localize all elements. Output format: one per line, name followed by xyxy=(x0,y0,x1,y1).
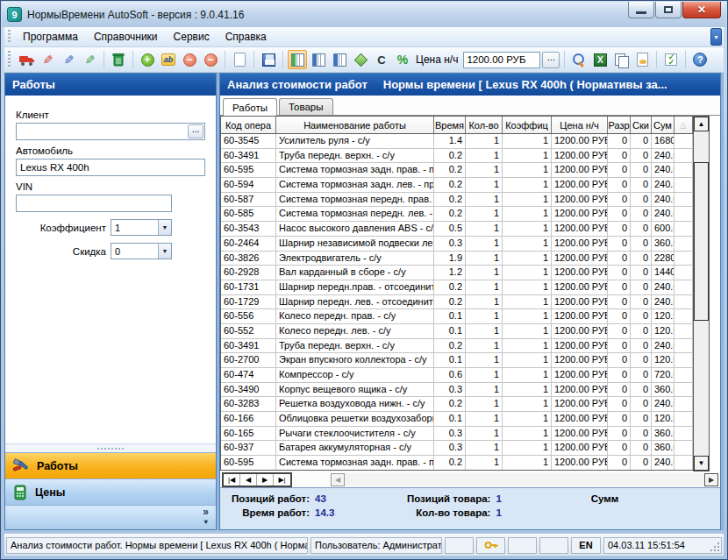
view-grid-2-button[interactable] xyxy=(309,50,328,69)
table-cell: 0 xyxy=(608,149,631,164)
table-cell: 0.3 xyxy=(434,441,466,456)
toolbar-grip[interactable] xyxy=(8,51,11,68)
table-row[interactable]: 60-587Система тормозная передн. прав. - … xyxy=(221,193,694,208)
column-header-coef[interactable]: Коэффиц xyxy=(503,117,552,133)
column-header-disc[interactable]: Ски xyxy=(631,117,652,133)
table-row[interactable]: 60-595Система тормозная задн. прав. - пр… xyxy=(221,456,694,471)
table-row[interactable]: 60-165Рычаги стеклоочистителя - с/у0.311… xyxy=(221,427,694,442)
chevron-down-icon[interactable]: ▼ xyxy=(158,244,171,259)
price-per-hour-input[interactable] xyxy=(463,52,540,68)
vehicle-button[interactable] xyxy=(17,50,36,69)
column-header-time[interactable]: Время xyxy=(434,117,466,133)
first-record-button[interactable]: |◀ xyxy=(224,474,240,486)
column-header-price[interactable]: Цена н/ч xyxy=(552,117,608,133)
restore-button[interactable] xyxy=(655,2,682,18)
table-row[interactable]: 60-937Батарея аккумуляторная - с/у0.3111… xyxy=(221,441,694,456)
table-row[interactable]: 60-595Система тормозная задн. прав. - пр… xyxy=(221,163,694,178)
edit-blue-button[interactable]: ✎ xyxy=(59,50,78,69)
table-row[interactable]: 60-594Система тормозная задн. лев. - про… xyxy=(221,178,694,193)
car-input[interactable] xyxy=(16,159,205,176)
rename-button[interactable]: ab xyxy=(159,50,178,69)
scroll-left-button[interactable]: ◀ xyxy=(331,473,345,486)
edit-green-button[interactable]: ✎ xyxy=(80,50,99,69)
copy-button[interactable] xyxy=(611,50,631,69)
table-row[interactable]: 60-3545Усилитель руля - с/у1.4111200.00 … xyxy=(221,134,694,149)
table-row[interactable]: 60-585Система тормозная передн. лев. - п… xyxy=(221,207,694,222)
tab-goods[interactable]: Товары xyxy=(279,98,333,115)
prev-record-button[interactable]: ◀ xyxy=(240,474,257,486)
scrollbar-thumb[interactable] xyxy=(694,162,709,321)
sidebar-splitter[interactable] xyxy=(5,443,216,452)
vin-input[interactable] xyxy=(16,195,172,212)
table-cell: 1 xyxy=(503,295,552,310)
scroll-down-button[interactable]: ▼ xyxy=(694,456,709,471)
close-button[interactable]: ✕ xyxy=(682,2,721,18)
table-row[interactable]: 60-3826Электродвигатель - с/у1.9111200.0… xyxy=(221,252,694,266)
table-row[interactable]: 60-2700Экран впускного коллектора - с/у0… xyxy=(221,353,694,368)
save-button[interactable] xyxy=(259,50,278,69)
sidebar-item-prices[interactable]: Цены xyxy=(5,478,216,505)
money-button[interactable] xyxy=(351,50,370,69)
column-header-sum[interactable]: Сум xyxy=(652,117,674,133)
discount-select[interactable]: 0 ▼ xyxy=(111,243,172,259)
menu-item-directories[interactable]: Справочники xyxy=(86,28,166,46)
view-grid-1-button[interactable] xyxy=(288,50,307,69)
client-input[interactable] xyxy=(16,123,205,140)
next-record-button[interactable]: ▶ xyxy=(257,474,274,486)
help-button[interactable]: ? xyxy=(690,50,710,69)
column-header-razr[interactable]: Разр xyxy=(608,117,631,133)
table-row[interactable]: 60-3491Труба передн. верхн. - с/у0.21112… xyxy=(221,339,694,354)
client-lookup-button[interactable]: ... xyxy=(188,124,203,138)
table-cell: 60-3826 xyxy=(221,252,276,266)
column-header-qty[interactable]: Кол-во xyxy=(466,117,503,133)
check-button[interactable]: ✓✓ xyxy=(661,50,681,69)
tab-works[interactable]: Работы xyxy=(223,98,277,116)
menu-grip[interactable] xyxy=(8,30,11,43)
last-record-button[interactable]: ▶| xyxy=(274,474,290,486)
status-language[interactable]: EN xyxy=(571,537,601,554)
table-row[interactable]: 60-3283Решетка воздуховода нижн. - с/у0.… xyxy=(221,397,694,412)
resize-grip[interactable] xyxy=(710,542,720,552)
menu-item-service[interactable]: Сервис xyxy=(166,28,218,46)
remove-all-button[interactable]: − xyxy=(201,50,220,69)
minimize-button[interactable] xyxy=(628,2,654,18)
table-row[interactable]: 60-474Компрессор - с/у0.6111200.00 РУБ00… xyxy=(221,368,694,383)
delete-button[interactable] xyxy=(109,50,128,69)
table-row[interactable]: 60-556Колесо передн. прав. - с/у0.111120… xyxy=(221,309,694,324)
table-row[interactable]: 60-3490Корпус вещевого ящика - с/у0.3111… xyxy=(221,383,694,398)
coefficient-select[interactable]: 1 ▼ xyxy=(111,219,172,236)
vertical-scrollbar[interactable]: ▲ ▼ xyxy=(693,116,710,471)
title-bar[interactable]: 9 НормыВремени AutoSoft - версия : 9.0.4… xyxy=(2,2,726,27)
search-button[interactable] xyxy=(569,50,589,69)
column-header-sort[interactable]: △ xyxy=(674,117,693,133)
scroll-up-button[interactable]: ▲ xyxy=(694,117,709,131)
price-ellipsis-button[interactable]: ... xyxy=(542,52,560,68)
sidebar-item-works[interactable]: Работы xyxy=(5,452,216,478)
table-row[interactable]: 60-166Облицовка решетки воздухозаборни0.… xyxy=(221,412,694,427)
column-header-name[interactable]: Наименование работы xyxy=(276,117,434,133)
menu-item-program[interactable]: Программа xyxy=(15,28,86,46)
table-row[interactable]: 60-2928Вал карданный в сборе - с/у1.2111… xyxy=(221,266,694,280)
toolbar-overflow-button[interactable]: ▾ xyxy=(710,28,722,46)
report-button[interactable] xyxy=(632,50,652,69)
table-row[interactable]: 60-1731Шарнир передн.прав. - отсоединить… xyxy=(221,280,694,295)
edit-red-button[interactable]: ✎ xyxy=(38,50,57,69)
remove-row-button[interactable]: − xyxy=(180,50,199,69)
add-row-button[interactable]: + xyxy=(138,50,157,69)
horizontal-scrollbar[interactable]: ◀ ▶ xyxy=(331,473,718,486)
percent-button[interactable]: % xyxy=(393,50,412,69)
chevron-down-icon[interactable]: ▼ xyxy=(158,220,171,235)
export-excel-button[interactable]: X xyxy=(590,50,610,69)
table-row[interactable]: 60-1729Шарнир передн. лев. - отсоединить… xyxy=(221,295,694,310)
table-row[interactable]: 60-3543Насос высокого давления ABS - с/у… xyxy=(221,222,694,237)
table-row[interactable]: 60-2464Шарнир независимой подвески лев.0… xyxy=(221,237,694,252)
new-document-button[interactable] xyxy=(230,50,249,69)
currency-button[interactable]: C xyxy=(372,50,391,69)
table-row[interactable]: 60-3491Труба передн. верхн. - с/у0.21112… xyxy=(221,149,694,164)
scroll-right-button[interactable]: ▶ xyxy=(704,473,718,486)
table-row[interactable]: 60-552Колесо передн. лев. - с/у0.1111200… xyxy=(221,324,694,339)
menu-item-help[interactable]: Справка xyxy=(218,28,275,46)
column-header-code[interactable]: Код опера xyxy=(221,117,276,133)
view-grid-3-button[interactable] xyxy=(330,50,349,69)
sidebar-collapse-bar[interactable]: »▾ xyxy=(5,505,216,529)
